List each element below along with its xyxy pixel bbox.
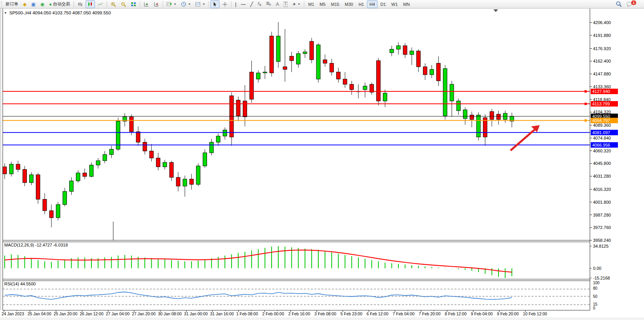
chart-window[interactable]: 4206.4004191.8804176.9204162.4004147.880… (0, 0, 644, 320)
candle-up (410, 51, 414, 54)
toolbar-grip[interactable] (1, 1, 2, 7)
time-tick-label: 7 Feb 04:00 (393, 311, 414, 316)
candle-up (383, 93, 387, 101)
level-price-box-label: 4066.956 (592, 143, 610, 147)
fibonacci-icon[interactable]: ☰F (264, 0, 273, 8)
tf-m15-button[interactable]: M15 (329, 0, 342, 8)
chart-svg: 4206.4004191.8804176.9204162.4004147.880… (0, 0, 644, 320)
tf-w1-button[interactable]: W1 (389, 0, 400, 8)
indicators-icon[interactable]: ▼ (165, 0, 178, 8)
text-icon[interactable]: A (274, 0, 281, 8)
level-price-box: 4094.797 (591, 118, 618, 123)
candle-down (323, 60, 327, 63)
candle-down (190, 179, 193, 185)
candle-down (176, 177, 180, 186)
level-price-box: 4081.097 (591, 130, 618, 135)
candle-down (156, 158, 160, 167)
price-axis-background (590, 9, 644, 310)
profiles-icon[interactable]: ◆ (21, 0, 28, 8)
candle-down (43, 199, 47, 211)
vertical-line-icon[interactable]: | (233, 0, 238, 8)
rsi-axis-label: 50 (593, 294, 598, 299)
level-line-endpoint[interactable] (584, 103, 587, 105)
level-price-box-label: 4094.797 (592, 118, 610, 123)
price-tick-label: 4191.880 (593, 33, 611, 38)
symbol-dropdown-icon[interactable]: ▼ (4, 11, 7, 15)
templates-icon[interactable]: ▼ (193, 0, 207, 8)
price-tick-label: 4162.400 (593, 59, 611, 63)
candle-up (397, 46, 400, 49)
price-tick-label: 4089.360 (593, 123, 611, 128)
candle-down (490, 112, 494, 119)
candle-up (30, 175, 33, 182)
autotrading-globe-icon: ● (49, 2, 52, 7)
candle-up (183, 179, 187, 186)
signals-icon[interactable]: ◉ (39, 0, 46, 8)
tf-m5-button[interactable]: M5 (317, 0, 328, 8)
candle-up (450, 84, 454, 101)
autotrading-label: 自动交易 (53, 1, 70, 7)
time-tick-label: 9 Feb 20:00 (497, 311, 519, 316)
candle-down (130, 117, 133, 131)
autotrading-button[interactable]: ● 自动交易 (47, 0, 72, 8)
search-icon[interactable] (614, 0, 624, 8)
rsi-axis-label: 80 (593, 286, 598, 290)
candle-down (470, 115, 474, 119)
level-price-box: 4127.940 (591, 89, 618, 94)
tf-h1-button[interactable]: H1 (356, 0, 366, 8)
time-tick-label: 31 Jan 16:00 (210, 311, 234, 316)
chart-shift-icon[interactable] (152, 0, 161, 8)
line-chart-icon[interactable] (96, 0, 105, 8)
chat-icon[interactable]: 1 (625, 0, 640, 8)
time-tick-label: 25 Jan 04:00 (28, 311, 51, 316)
time-tick-label: 30 Jan 08:00 (158, 311, 182, 316)
horizontal-line-icon[interactable]: — (239, 0, 247, 8)
price-tick-label: 4060.320 (593, 149, 611, 153)
new-order-button[interactable]: 新订单 (4, 0, 20, 8)
candle-up (297, 54, 300, 64)
candle-up (56, 205, 60, 218)
candle-down (243, 101, 247, 117)
price-tick-label: 4045.800 (593, 161, 611, 166)
candle-down (403, 46, 407, 55)
main-toolbar: 新订单 ◆ ▣ ◉ ● 自动交易 (0, 0, 644, 9)
level-line-endpoint[interactable] (584, 90, 587, 93)
price-tick-label: 4031.280 (593, 174, 611, 178)
trendline-icon[interactable]: ╱ (248, 0, 255, 8)
candle-down (136, 132, 140, 142)
periods-icon[interactable]: ▼ (179, 0, 193, 8)
zoom-out-icon[interactable] (119, 0, 128, 8)
tf-h4-button[interactable]: H4 (367, 0, 377, 8)
candle-up (390, 49, 394, 53)
arrows-icon[interactable]: ✦▼ (290, 0, 302, 8)
community-icon[interactable]: ▣ (29, 0, 37, 8)
rsi-axis-label: 0 (593, 306, 595, 310)
candle-up (316, 45, 320, 79)
zoom-in-icon[interactable] (109, 0, 118, 8)
cursor-icon[interactable] (211, 0, 219, 8)
autoscroll-icon[interactable] (142, 0, 151, 8)
tf-mn-button[interactable]: MN (401, 0, 412, 8)
level-line-endpoint[interactable] (584, 119, 587, 122)
text-label-icon[interactable]: T (282, 0, 290, 8)
candle-up (216, 136, 220, 142)
time-tick-label: 8 Feb 12:00 (445, 311, 467, 316)
bar-chart-icon[interactable] (75, 0, 85, 8)
time-tick-label: 25 Jan 20:00 (54, 311, 77, 316)
time-axis[interactable]: 24 Jan 202325 Jan 04:0025 Jan 20:0026 Ja… (0, 310, 644, 320)
candle-up (263, 72, 267, 73)
price-axis[interactable]: 4206.4004191.8804176.9204162.4004147.880… (590, 9, 644, 310)
price-tick-label: 3987.280 (593, 213, 611, 217)
tf-m1-button[interactable]: M1 (306, 0, 316, 8)
tile-windows-icon[interactable] (129, 0, 138, 8)
candle-down (270, 36, 274, 73)
tf-m30-button[interactable]: M30 (342, 0, 355, 8)
candle-down (23, 170, 26, 183)
channel-icon[interactable]: ⫽E (256, 0, 263, 8)
tf-d1-button[interactable]: D1 (378, 0, 388, 8)
candle-down (497, 114, 500, 120)
candlestick-chart-icon[interactable] (86, 0, 95, 8)
level-price-box: 4113.799 (591, 101, 618, 107)
price-tick-label: 4001.800 (593, 200, 611, 205)
crosshair-icon[interactable] (220, 0, 230, 8)
